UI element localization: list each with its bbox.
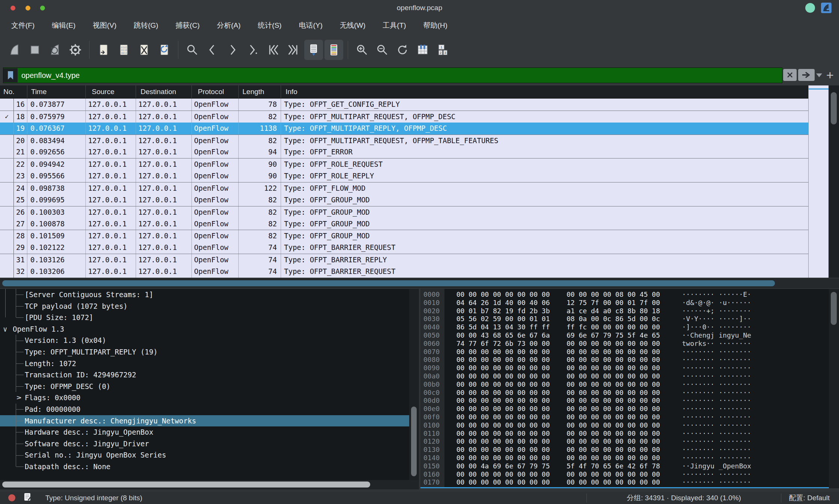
detail-item-11[interactable]: Manufacturer desc.: Chengjingyu_Networks	[0, 415, 409, 427]
capture-comment-icon[interactable]	[24, 492, 32, 503]
menu-item-9[interactable]: 工具(T)	[377, 18, 411, 33]
hex-row-00d0[interactable]: 00d000 00 00 00 00 00 00 0000 00 00 00 0…	[420, 396, 829, 405]
detail-item-7[interactable]: Transaction ID: 4294967292	[0, 369, 409, 381]
details-hscrollbar-thumb[interactable]	[2, 482, 370, 488]
menu-item-2[interactable]: 视图(V)	[88, 18, 122, 33]
detail-item-4[interactable]: Version: 1.3 (0x04)	[0, 335, 409, 346]
hex-row-0090[interactable]: 009000 00 00 00 00 00 00 0000 00 00 00 0…	[420, 364, 829, 372]
filter-clear-button[interactable]	[783, 69, 797, 81]
expander-closed-icon[interactable]: ∨	[13, 396, 24, 400]
column-header-no[interactable]: No.	[0, 85, 27, 98]
hex-row-0170[interactable]: 017000 00 00 00 00 00 00 0000 00 00 00 0…	[420, 478, 829, 486]
packet-row-27[interactable]: 270.100878127.0.0.1127.0.0.1OpenFlow82Ty…	[0, 218, 808, 230]
go-last-icon[interactable]	[284, 40, 303, 60]
hex-row-0120[interactable]: 012000 00 00 00 00 00 00 0000 00 00 00 0…	[420, 437, 829, 446]
stop-capture-icon[interactable]	[25, 40, 44, 60]
packet-list-vertical-scrollbar[interactable]	[829, 85, 839, 278]
hex-row-0060[interactable]: 006074 77 6f 72 6b 73 00 0000 00 00 00 0…	[420, 339, 829, 348]
hex-scrollbar-thumb[interactable]	[831, 292, 837, 325]
go-to-packet-icon[interactable]	[244, 40, 262, 60]
detail-item-8[interactable]: Type: OFPMP_DESC (0)	[0, 381, 409, 392]
hex-row-00f0[interactable]: 00f000 00 00 00 00 00 00 0000 00 00 00 0…	[420, 413, 829, 421]
packet-row-32[interactable]: 320.103206127.0.0.1127.0.0.1OpenFlow74Ty…	[0, 266, 808, 278]
hex-row-0070[interactable]: 007000 00 00 00 00 00 00 0000 00 00 00 0…	[420, 348, 829, 356]
detail-item-6[interactable]: Length: 1072	[0, 358, 409, 369]
display-filter-field[interactable]	[3, 67, 782, 83]
hex-row-0110[interactable]: 011000 00 00 00 00 00 00 0000 00 00 00 0…	[420, 429, 829, 438]
menu-item-3[interactable]: 跳转(G)	[129, 18, 163, 33]
hex-row-0020[interactable]: 002000 01 b7 82 19 fd 2b 3ba1 ce d4 a0 c…	[420, 307, 829, 315]
detail-item-10[interactable]: Pad: 00000000	[0, 404, 409, 415]
packet-row-25[interactable]: 250.099695127.0.0.1127.0.0.1OpenFlow82Ty…	[0, 194, 808, 206]
zoom-reset-icon[interactable]	[393, 40, 412, 60]
capture-options-icon[interactable]	[66, 40, 85, 60]
menu-item-10[interactable]: 帮助(H)	[418, 18, 453, 33]
column-header-info[interactable]: Info	[281, 85, 808, 98]
detail-item-14[interactable]: Serial no.: Jingyu OpenBox Series	[0, 449, 409, 461]
packet-row-16[interactable]: 160.073877127.0.0.1127.0.0.1OpenFlow78Ty…	[0, 99, 808, 111]
packet-row-24[interactable]: 240.098738127.0.0.1127.0.0.1OpenFlow122T…	[0, 182, 808, 194]
filter-dropdown-caret-icon[interactable]	[816, 73, 822, 77]
restart-capture-icon[interactable]	[46, 40, 64, 60]
detail-item-2[interactable]: [PDU Size: 1072]	[0, 312, 409, 323]
menu-item-4[interactable]: 捕获(C)	[170, 18, 205, 33]
detail-item-3[interactable]: ∨OpenFlow 1.3	[0, 323, 409, 335]
menu-item-7[interactable]: 电话(Y)	[293, 18, 328, 33]
find-packet-icon[interactable]	[183, 40, 202, 60]
menu-item-1[interactable]: 编辑(E)	[46, 18, 81, 33]
expert-info-icon[interactable]	[8, 494, 15, 501]
detail-item-13[interactable]: Software desc.: Jingyu_Driver	[0, 438, 409, 450]
packet-row-28[interactable]: 280.101509127.0.0.1127.0.0.1OpenFlow82Ty…	[0, 230, 808, 242]
detail-item-5[interactable]: Type: OFPT_MULTIPART_REPLY (19)	[0, 346, 409, 358]
hex-row-0160[interactable]: 016000 00 00 00 00 00 00 0000 00 00 00 0…	[420, 470, 829, 479]
menu-item-8[interactable]: 无线(W)	[335, 18, 371, 33]
packet-list-scrollbar-thumb[interactable]	[831, 92, 837, 124]
save-file-icon[interactable]: 010101100011	[114, 40, 133, 60]
column-header-destination[interactable]: Destination	[136, 85, 192, 98]
packet-list-horizontal-scrollbar[interactable]	[0, 278, 839, 288]
detail-item-15[interactable]: Datapath desc.: None	[0, 461, 409, 473]
display-columns-icon[interactable]: 123	[434, 40, 452, 60]
packet-row-21[interactable]: 210.092656127.0.0.1127.0.0.1OpenFlow94Ty…	[0, 146, 808, 158]
open-file-icon[interactable]	[94, 40, 113, 60]
detail-item-12[interactable]: Hardware desc.: Jingyu_OpenBox	[0, 426, 409, 438]
zoom-out-icon[interactable]	[373, 40, 392, 60]
auto-scroll-icon[interactable]	[304, 40, 323, 60]
status-profile[interactable]: 配置: Default	[781, 493, 838, 503]
start-capture-icon[interactable]	[5, 40, 24, 60]
packet-row-23[interactable]: 230.095566127.0.0.1127.0.0.1OpenFlow90Ty…	[0, 170, 808, 182]
detail-item-1[interactable]: TCP payload (1072 bytes)	[0, 301, 409, 312]
column-header-time[interactable]: Time	[27, 85, 86, 98]
hex-row-0140[interactable]: 014000 00 00 00 00 00 00 0000 00 00 00 0…	[420, 454, 829, 462]
hex-row-0080[interactable]: 008000 00 00 00 00 00 00 0000 00 00 00 0…	[420, 356, 829, 364]
hex-row-0000[interactable]: 000000 00 00 00 00 00 00 0000 00 00 00 0…	[420, 290, 829, 299]
details-vertical-scrollbar[interactable]	[409, 289, 419, 480]
column-header-protocol[interactable]: Protocol	[192, 85, 239, 98]
hex-row-0040[interactable]: 004086 5d 04 13 04 30 ff ffff fc 00 00 0…	[420, 323, 829, 331]
go-back-icon[interactable]	[203, 40, 222, 60]
expander-open-icon[interactable]: ∨	[3, 323, 7, 335]
packet-list-minimap-scrollbar[interactable]	[808, 85, 829, 278]
zoom-in-icon[interactable]	[353, 40, 371, 60]
filter-bookmark-icon[interactable]	[3, 68, 18, 82]
hex-row-00b0[interactable]: 00b000 00 00 00 00 00 00 0000 00 00 00 0…	[420, 380, 829, 389]
hex-row-0010[interactable]: 001004 64 26 1d 40 00 40 0612 75 7f 00 0…	[420, 299, 829, 307]
hex-row-0130[interactable]: 013000 00 00 00 00 00 00 0000 00 00 00 0…	[420, 446, 829, 454]
resize-columns-icon[interactable]	[413, 40, 432, 60]
filter-apply-button[interactable]	[798, 69, 815, 81]
packet-row-18[interactable]: ✓180.075979127.0.0.1127.0.0.1OpenFlow82T…	[0, 111, 808, 123]
hex-row-0030[interactable]: 003005 56 02 59 00 00 01 0108 0a 00 0c 8…	[420, 315, 829, 323]
column-header-length[interactable]: Length	[239, 85, 281, 98]
details-horizontal-scrollbar[interactable]	[0, 480, 419, 489]
packet-row-29[interactable]: 290.102122127.0.0.1127.0.0.1OpenFlow74Ty…	[0, 242, 808, 254]
reload-file-icon[interactable]	[155, 40, 173, 60]
tray-status-circle-icon[interactable]	[805, 3, 815, 13]
packet-row-22[interactable]: 220.094942127.0.0.1127.0.0.1OpenFlow90Ty…	[0, 158, 808, 170]
go-first-icon[interactable]	[264, 40, 283, 60]
hex-row-00e0[interactable]: 00e000 00 00 00 00 00 00 0000 00 00 00 0…	[420, 405, 829, 413]
packet-row-20[interactable]: 200.083494127.0.0.1127.0.0.1OpenFlow82Ty…	[0, 135, 808, 147]
menu-item-6[interactable]: 统计(S)	[253, 18, 287, 33]
go-forward-icon[interactable]	[223, 40, 242, 60]
hex-vertical-scrollbar[interactable]	[829, 289, 839, 488]
detail-item-0[interactable]: [Server Contiguous Streams: 1]	[0, 289, 409, 301]
